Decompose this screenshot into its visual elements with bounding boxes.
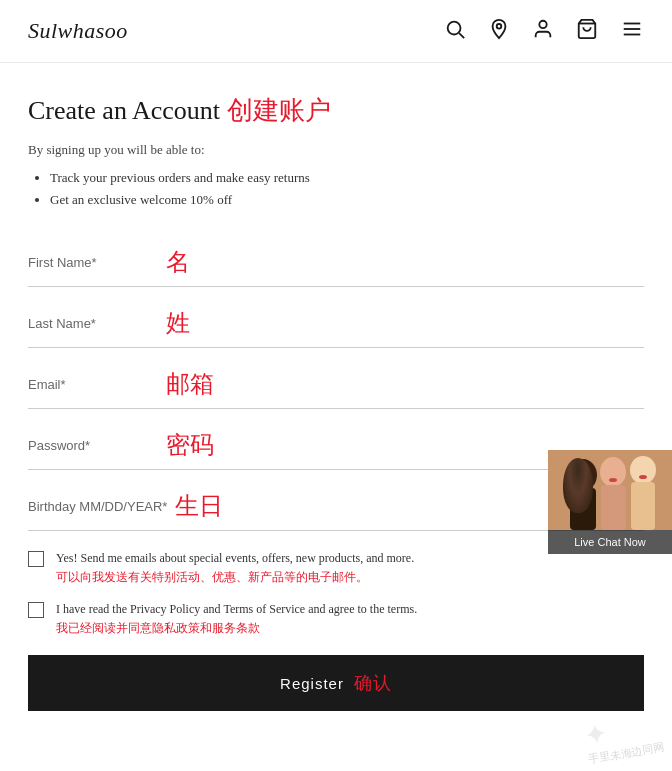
checkbox-section: Yes! Send me emails about special events… — [28, 549, 644, 637]
page-title-cn: 创建账户 — [227, 95, 331, 125]
svg-rect-10 — [570, 488, 596, 530]
checkbox-2-text: I have read the Privacy Policy and Terms… — [56, 600, 417, 637]
header-icons — [444, 18, 644, 44]
checkbox-1[interactable] — [28, 551, 44, 567]
register-button[interactable]: Register 确认 — [28, 655, 644, 711]
svg-point-0 — [448, 22, 461, 35]
svg-point-2 — [497, 24, 502, 29]
cart-icon[interactable] — [576, 18, 598, 44]
first-name-group: First Name* 名 — [28, 234, 644, 287]
svg-rect-12 — [601, 485, 626, 530]
account-icon[interactable] — [532, 18, 554, 44]
benefits-list: Track your previous orders and make easy… — [28, 170, 644, 208]
location-icon[interactable] — [488, 18, 510, 44]
live-chat-widget[interactable]: Live Chat Now — [548, 450, 672, 554]
menu-icon[interactable] — [620, 18, 644, 44]
checkbox-1-text: Yes! Send me emails about special events… — [56, 549, 414, 586]
svg-point-9 — [569, 459, 597, 491]
checkbox-2[interactable] — [28, 602, 44, 618]
page-title: Create an Account 创建账户 — [28, 93, 644, 128]
live-chat-image — [548, 450, 672, 530]
svg-rect-14 — [631, 482, 655, 530]
checkbox-2-cn: 我已经阅读并同意隐私政策和服务条款 — [56, 619, 417, 637]
svg-point-11 — [600, 457, 626, 487]
checkbox-row-1: Yes! Send me emails about special events… — [28, 549, 644, 586]
header: Sulwhasoo — [0, 0, 672, 63]
email-group: Email* 邮箱 — [28, 356, 644, 409]
main-content: Create an Account 创建账户 By signing up you… — [0, 63, 672, 731]
svg-point-3 — [539, 21, 546, 28]
benefit-2: Get an exclusive welcome 10% off — [50, 192, 644, 208]
svg-point-16 — [639, 475, 647, 479]
svg-line-1 — [459, 33, 464, 38]
logo[interactable]: Sulwhasoo — [28, 18, 128, 44]
live-chat-label[interactable]: Live Chat Now — [548, 530, 672, 554]
benefit-1: Track your previous orders and make easy… — [50, 170, 644, 186]
checkbox-row-2: I have read the Privacy Policy and Terms… — [28, 600, 644, 637]
svg-point-15 — [609, 478, 617, 482]
search-icon[interactable] — [444, 18, 466, 44]
svg-point-13 — [630, 456, 656, 484]
live-chat-people — [548, 450, 672, 530]
subtitle: By signing up you will be able to: — [28, 142, 644, 158]
checkbox-1-cn: 可以向我发送有关特别活动、优惠、新产品等的电子邮件。 — [56, 568, 414, 586]
last-name-group: Last Name* 姓 — [28, 295, 644, 348]
